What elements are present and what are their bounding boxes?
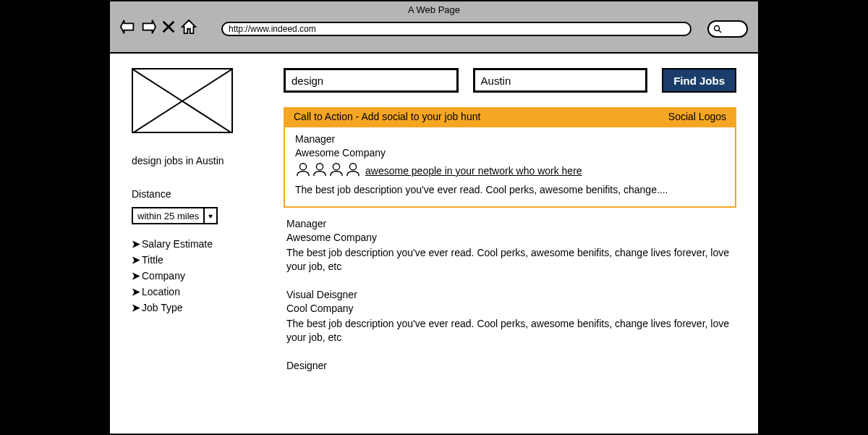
browser-search[interactable] (707, 20, 748, 38)
filter-jobtype[interactable]: ➤Job Type (132, 300, 262, 316)
page-content: design jobs in Austin Distance within 25… (110, 54, 758, 400)
svg-point-5 (333, 164, 339, 170)
chevron-down-icon: ♥ (203, 208, 216, 223)
job-listing[interactable]: Manager Awesome Company The best job des… (284, 218, 736, 274)
job-listing[interactable]: Visual Deisgner Cool Company The best jo… (284, 289, 736, 345)
browser-nav-icons (120, 19, 197, 38)
job-company: Awesome Company (295, 147, 725, 159)
url-text: http://www.indeed.com (229, 24, 316, 34)
job-description: The best job description you've ever rea… (286, 246, 733, 274)
job-company: Cool Company (286, 303, 733, 314)
job-title: Manager (295, 133, 725, 145)
distance-dropdown[interactable]: within 25 miles ♥ (132, 207, 218, 224)
network-link[interactable]: awesome people in your network who work … (365, 165, 582, 177)
job-title: Manager (286, 218, 733, 229)
svg-point-3 (299, 164, 306, 170)
filter-salary[interactable]: ➤Salary Estimate (132, 236, 262, 252)
job-title: Visual Deisgner (286, 289, 733, 300)
logo-placeholder (132, 68, 233, 133)
cta-logos-label: Social Logos (668, 111, 726, 122)
browser-window: A Web Page http://www.indeed.com (109, 0, 760, 435)
close-icon[interactable] (161, 19, 176, 38)
network-row: awesome people in your network who work … (295, 161, 725, 180)
svg-point-6 (349, 164, 356, 170)
svg-point-0 (715, 26, 720, 31)
home-icon[interactable] (181, 19, 197, 38)
url-input[interactable]: http://www.indeed.com (221, 22, 692, 36)
distance-label: Distance (132, 188, 262, 200)
sidebar: design jobs in Austin Distance within 25… (132, 68, 262, 386)
filter-company[interactable]: ➤Company (132, 268, 262, 284)
find-jobs-button[interactable]: Find Jobs (662, 68, 736, 93)
location-input[interactable]: Austin (473, 68, 648, 93)
job-listing[interactable]: Designer (284, 360, 736, 371)
page-title: A Web Page (110, 1, 758, 15)
filter-title[interactable]: ➤Tittle (132, 252, 262, 268)
results-heading: design jobs in Austin (132, 155, 262, 166)
search-row: design Austin Find Jobs (284, 68, 736, 93)
back-icon[interactable] (120, 19, 136, 38)
filter-list: ➤Salary Estimate ➤Tittle ➤Company ➤Locat… (132, 236, 262, 316)
svg-point-4 (316, 164, 323, 170)
featured-job-card[interactable]: Manager Awesome Company awesome people i… (284, 126, 736, 208)
person-icon (328, 161, 344, 180)
dropdown-value: within 25 miles (133, 211, 203, 221)
avatar-group (295, 161, 361, 180)
cta-banner[interactable]: Call to Action - Add social to your job … (284, 107, 736, 126)
person-icon (312, 161, 328, 180)
browser-titlebar: A Web Page http://www.indeed.com (110, 1, 758, 54)
person-icon (345, 161, 361, 180)
job-title: Designer (286, 360, 733, 371)
job-description: The best job description you've ever rea… (295, 183, 725, 198)
job-company: Awesome Company (286, 232, 733, 243)
forward-icon[interactable] (140, 19, 156, 38)
person-icon (295, 161, 311, 180)
filter-location[interactable]: ➤Location (132, 284, 262, 300)
main-column: design Austin Find Jobs Call to Action -… (284, 68, 736, 386)
job-description: The best job description you've ever rea… (286, 317, 733, 345)
keyword-input[interactable]: design (284, 68, 459, 93)
search-icon (713, 25, 722, 33)
cta-text: Call to Action - Add social to your job … (294, 111, 480, 122)
